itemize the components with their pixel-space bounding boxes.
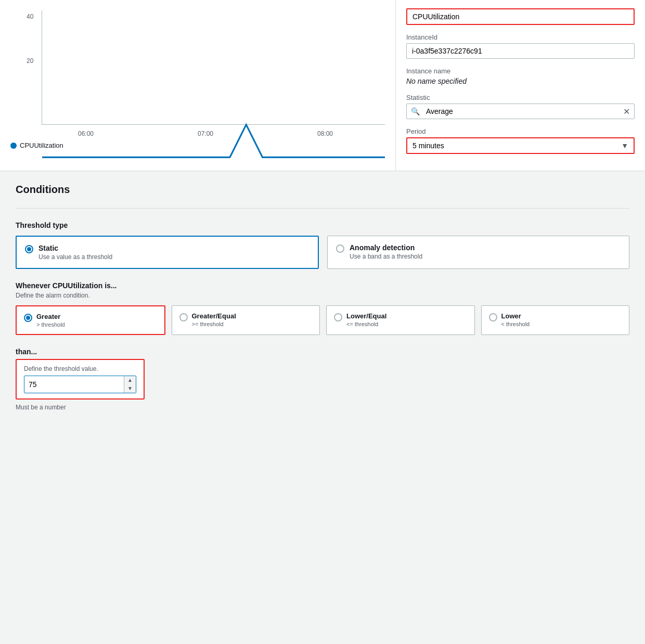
chart-svg (42, 10, 385, 174)
metric-name-wrapper (406, 8, 635, 25)
threshold-define-label: Define the threshold value. (24, 365, 136, 372)
metric-name-input[interactable] (407, 9, 634, 24)
instance-name-group: Instance name No name specified (406, 67, 635, 85)
statistic-label: Statistic (406, 94, 635, 101)
static-option-sub: Use a value as a threshold (38, 253, 112, 261)
y-label-40: 40 (27, 13, 33, 20)
whenever-label: Whenever CPUUtilization is... (16, 281, 629, 290)
period-select[interactable]: 5 minutes 1 second 10 seconds 30 seconds… (407, 138, 634, 153)
lower-title: Lower (501, 312, 530, 320)
lower-option-text: Lower < threshold (501, 312, 530, 327)
conditions-title: Conditions (16, 184, 629, 196)
static-option-title: Static (38, 244, 112, 252)
anomaly-option-text: Anomaly detection Use a band as a thresh… (350, 243, 422, 260)
instance-id-input[interactable] (406, 43, 635, 59)
legend-dot (10, 143, 17, 149)
greater-radio (24, 314, 32, 322)
increment-button[interactable]: ▲ (124, 376, 136, 384)
lower-equal-radio (334, 313, 342, 321)
static-radio (25, 245, 33, 253)
anomaly-radio (336, 244, 344, 253)
greater-title: Greater (36, 313, 65, 320)
must-be-number: Must be a number (16, 404, 629, 411)
lower-sub: < threshold (501, 321, 530, 327)
condition-options-row: Greater > threshold Greater/Equal >= thr… (16, 305, 629, 335)
greater-equal-option[interactable]: Greater/Equal >= threshold (172, 305, 320, 335)
instance-id-group: InstanceId (406, 33, 635, 59)
threshold-type-label: Threshold type (16, 221, 629, 229)
lower-equal-option-text: Lower/Equal <= threshold (346, 312, 386, 327)
static-option-text: Static Use a value as a threshold (38, 244, 112, 261)
period-label: Period (406, 127, 635, 135)
instance-name-value: No name specified (406, 77, 635, 85)
chart-area: 40 20 06:00 07:00 08:00 CPUUtilization (0, 0, 395, 171)
instance-id-label: InstanceId (406, 33, 635, 41)
anomaly-threshold-option[interactable]: Anomaly detection Use a band as a thresh… (327, 236, 629, 269)
greater-equal-title: Greater/Equal (192, 312, 236, 320)
lower-equal-sub: <= threshold (346, 321, 386, 327)
greater-radio-inner (26, 316, 30, 320)
instance-name-label: Instance name (406, 67, 635, 75)
anomaly-option-title: Anomaly detection (350, 243, 422, 252)
greater-option[interactable]: Greater > threshold (16, 305, 165, 335)
greater-equal-radio (179, 313, 188, 321)
top-section: 40 20 06:00 07:00 08:00 CPUUtilization (0, 0, 645, 171)
statistic-input[interactable] (424, 104, 619, 119)
greater-option-text: Greater > threshold (36, 313, 65, 328)
greater-sub: > threshold (36, 321, 65, 328)
anomaly-option-sub: Use a band as a threshold (350, 253, 422, 260)
period-group: Period 5 minutes 1 second 10 seconds 30 … (406, 127, 635, 154)
decrement-button[interactable]: ▼ (124, 384, 136, 393)
statistic-group: Statistic 🔍 ✕ (406, 94, 635, 119)
lower-equal-option[interactable]: Lower/Equal <= threshold (326, 305, 475, 335)
greater-equal-option-text: Greater/Equal >= threshold (192, 312, 236, 327)
conditions-section: Conditions Threshold type Static Use a v… (0, 171, 645, 423)
static-radio-inner (27, 247, 31, 251)
lower-option[interactable]: Lower < threshold (481, 305, 630, 335)
period-select-wrapper: 5 minutes 1 second 10 seconds 30 seconds… (406, 137, 635, 154)
lower-radio (489, 313, 497, 321)
than-label: than... (16, 347, 629, 356)
clear-icon[interactable]: ✕ (619, 107, 634, 117)
static-threshold-option[interactable]: Static Use a value as a threshold (16, 236, 319, 269)
stepper-buttons: ▲ ▼ (124, 376, 136, 393)
chart-container: 40 20 (42, 10, 385, 125)
search-icon: 🔍 (407, 107, 424, 115)
greater-equal-sub: >= threshold (192, 321, 236, 327)
divider-1 (16, 208, 629, 209)
threshold-type-row: Static Use a value as a threshold Anomal… (16, 236, 629, 269)
threshold-value-wrapper: Define the threshold value. ▲ ▼ (16, 359, 145, 400)
statistic-input-wrapper: 🔍 ✕ (406, 104, 635, 119)
y-label-20: 20 (27, 57, 33, 65)
threshold-input-row: ▲ ▼ (24, 376, 136, 393)
threshold-number-input[interactable] (24, 378, 124, 391)
right-panel: InstanceId Instance name No name specifi… (395, 0, 645, 171)
lower-equal-title: Lower/Equal (346, 312, 386, 320)
define-alarm-label: Define the alarm condition. (16, 292, 629, 299)
